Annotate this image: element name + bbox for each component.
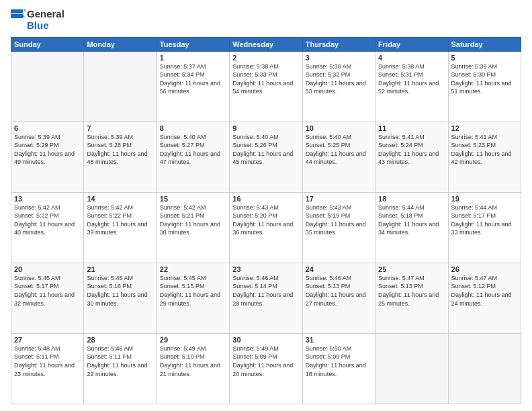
calendar-cell xyxy=(11,51,84,122)
logo-icon xyxy=(11,9,26,30)
day-number: 14 xyxy=(87,195,153,203)
calendar-cell xyxy=(448,333,521,404)
calendar-cell: 29Sunrise: 5:49 AMSunset: 5:10 PMDayligh… xyxy=(157,333,229,404)
calendar-cell: 8Sunrise: 5:40 AMSunset: 5:27 PMDaylight… xyxy=(157,122,229,192)
day-info: Sunrise: 5:45 AMSunset: 5:15 PMDaylight:… xyxy=(160,274,226,308)
calendar-cell: 20Sunrise: 5:45 AMSunset: 5:17 PMDayligh… xyxy=(11,263,84,333)
day-info: Sunrise: 5:43 AMSunset: 5:19 PMDaylight:… xyxy=(306,203,372,237)
day-info: Sunrise: 5:46 AMSunset: 5:14 PMDaylight:… xyxy=(232,274,299,308)
calendar-cell: 26Sunrise: 5:47 AMSunset: 5:12 PMDayligh… xyxy=(448,263,521,333)
weekday-header-saturday: Saturday xyxy=(448,37,521,51)
day-number: 7 xyxy=(87,124,153,132)
day-info: Sunrise: 5:48 AMSunset: 5:11 PMDaylight:… xyxy=(87,345,153,378)
day-info: Sunrise: 5:46 AMSunset: 5:13 PMDaylight:… xyxy=(306,274,372,308)
day-number: 12 xyxy=(451,124,518,132)
day-number: 17 xyxy=(306,195,372,203)
calendar-cell: 3Sunrise: 5:38 AMSunset: 5:32 PMDaylight… xyxy=(302,51,375,122)
calendar-cell: 1Sunrise: 5:37 AMSunset: 5:34 PMDaylight… xyxy=(157,51,229,122)
day-number: 5 xyxy=(451,54,518,62)
day-number: 30 xyxy=(232,336,299,344)
day-info: Sunrise: 5:49 AMSunset: 5:10 PMDaylight:… xyxy=(160,345,226,378)
day-number: 22 xyxy=(160,265,226,273)
calendar-cell: 28Sunrise: 5:48 AMSunset: 5:11 PMDayligh… xyxy=(84,333,157,404)
day-number: 26 xyxy=(451,265,518,273)
day-number: 29 xyxy=(160,336,226,344)
calendar-cell: 19Sunrise: 5:44 AMSunset: 5:17 PMDayligh… xyxy=(448,192,521,263)
calendar-cell: 18Sunrise: 5:44 AMSunset: 5:18 PMDayligh… xyxy=(375,192,448,263)
weekday-header-monday: Monday xyxy=(84,37,157,51)
day-info: Sunrise: 5:50 AMSunset: 5:09 PMDaylight:… xyxy=(306,345,372,378)
day-number: 8 xyxy=(160,124,226,132)
day-info: Sunrise: 5:39 AMSunset: 5:28 PMDaylight:… xyxy=(87,133,153,167)
day-number: 15 xyxy=(160,195,226,203)
calendar-table: SundayMondayTuesdayWednesdayThursdayFrid… xyxy=(11,37,521,405)
day-info: Sunrise: 5:48 AMSunset: 5:11 PMDaylight:… xyxy=(14,345,81,378)
logo-general: General xyxy=(27,8,64,19)
day-info: Sunrise: 5:49 AMSunset: 5:09 PMDaylight:… xyxy=(232,345,299,378)
calendar-cell: 15Sunrise: 5:42 AMSunset: 5:21 PMDayligh… xyxy=(157,192,229,263)
calendar-cell: 31Sunrise: 5:50 AMSunset: 5:09 PMDayligh… xyxy=(302,333,375,404)
svg-marker-3 xyxy=(23,15,26,17)
weekday-header-tuesday: Tuesday xyxy=(157,37,229,51)
day-number: 4 xyxy=(378,54,445,62)
calendar-cell: 13Sunrise: 5:42 AMSunset: 5:22 PMDayligh… xyxy=(11,192,84,263)
calendar-cell: 21Sunrise: 5:45 AMSunset: 5:16 PMDayligh… xyxy=(84,263,157,333)
day-number: 27 xyxy=(14,336,81,344)
day-info: Sunrise: 5:39 AMSunset: 5:30 PMDaylight:… xyxy=(451,62,518,96)
day-info: Sunrise: 5:42 AMSunset: 5:22 PMDaylight:… xyxy=(14,203,81,237)
day-info: Sunrise: 5:39 AMSunset: 5:29 PMDaylight:… xyxy=(14,133,81,167)
day-number: 1 xyxy=(160,54,226,62)
day-number: 19 xyxy=(451,195,518,203)
calendar-cell: 27Sunrise: 5:48 AMSunset: 5:11 PMDayligh… xyxy=(11,333,84,404)
day-info: Sunrise: 5:47 AMSunset: 5:13 PMDaylight:… xyxy=(378,274,445,308)
calendar-cell xyxy=(84,51,157,122)
calendar-cell: 9Sunrise: 5:40 AMSunset: 5:26 PMDaylight… xyxy=(230,122,302,192)
calendar-cell: 24Sunrise: 5:46 AMSunset: 5:13 PMDayligh… xyxy=(302,263,375,333)
day-info: Sunrise: 5:44 AMSunset: 5:18 PMDaylight:… xyxy=(378,203,445,237)
day-info: Sunrise: 5:38 AMSunset: 5:32 PMDaylight:… xyxy=(306,62,372,96)
day-number: 16 xyxy=(232,195,299,203)
weekday-header-wednesday: Wednesday xyxy=(230,37,302,51)
day-number: 28 xyxy=(87,336,153,344)
day-info: Sunrise: 5:41 AMSunset: 5:23 PMDaylight:… xyxy=(451,133,518,167)
day-number: 25 xyxy=(378,265,445,273)
day-info: Sunrise: 5:38 AMSunset: 5:31 PMDaylight:… xyxy=(378,62,445,96)
logo-block: General Blue xyxy=(11,8,64,32)
calendar-cell: 30Sunrise: 5:49 AMSunset: 5:09 PMDayligh… xyxy=(230,333,302,404)
calendar-cell: 22Sunrise: 5:45 AMSunset: 5:15 PMDayligh… xyxy=(157,263,229,333)
day-number: 31 xyxy=(306,336,372,344)
day-number: 13 xyxy=(14,195,81,203)
calendar-cell: 2Sunrise: 5:38 AMSunset: 5:33 PMDaylight… xyxy=(230,51,302,122)
calendar-cell: 12Sunrise: 5:41 AMSunset: 5:23 PMDayligh… xyxy=(448,122,521,192)
day-info: Sunrise: 5:41 AMSunset: 5:24 PMDaylight:… xyxy=(378,133,445,167)
day-number: 18 xyxy=(378,195,445,203)
day-number: 21 xyxy=(87,265,153,273)
logo: General Blue xyxy=(11,8,64,32)
day-info: Sunrise: 5:47 AMSunset: 5:12 PMDaylight:… xyxy=(451,274,518,308)
day-info: Sunrise: 5:42 AMSunset: 5:21 PMDaylight:… xyxy=(160,203,226,237)
day-number: 11 xyxy=(378,124,445,132)
day-number: 6 xyxy=(14,124,81,132)
day-info: Sunrise: 5:42 AMSunset: 5:22 PMDaylight:… xyxy=(87,203,153,237)
calendar-cell: 11Sunrise: 5:41 AMSunset: 5:24 PMDayligh… xyxy=(375,122,448,192)
day-info: Sunrise: 5:45 AMSunset: 5:16 PMDaylight:… xyxy=(87,274,153,308)
day-number: 24 xyxy=(306,265,372,273)
svg-marker-0 xyxy=(11,9,23,13)
day-info: Sunrise: 5:37 AMSunset: 5:34 PMDaylight:… xyxy=(160,62,226,96)
calendar-cell: 17Sunrise: 5:43 AMSunset: 5:19 PMDayligh… xyxy=(302,192,375,263)
logo-blue: Blue xyxy=(27,19,64,31)
calendar-cell: 16Sunrise: 5:43 AMSunset: 5:20 PMDayligh… xyxy=(230,192,302,263)
calendar-cell: 25Sunrise: 5:47 AMSunset: 5:13 PMDayligh… xyxy=(375,263,448,333)
day-info: Sunrise: 5:40 AMSunset: 5:27 PMDaylight:… xyxy=(160,133,226,167)
calendar-cell: 14Sunrise: 5:42 AMSunset: 5:22 PMDayligh… xyxy=(84,192,157,263)
day-info: Sunrise: 5:40 AMSunset: 5:26 PMDaylight:… xyxy=(232,133,299,167)
day-info: Sunrise: 5:45 AMSunset: 5:17 PMDaylight:… xyxy=(14,274,81,308)
svg-marker-1 xyxy=(11,14,23,18)
day-number: 20 xyxy=(14,265,81,273)
calendar-cell: 7Sunrise: 5:39 AMSunset: 5:28 PMDaylight… xyxy=(84,122,157,192)
weekday-header-friday: Friday xyxy=(375,37,448,51)
day-info: Sunrise: 5:43 AMSunset: 5:20 PMDaylight:… xyxy=(232,203,299,237)
day-number: 10 xyxy=(306,124,372,132)
weekday-header-sunday: Sunday xyxy=(11,37,84,51)
calendar-cell: 6Sunrise: 5:39 AMSunset: 5:29 PMDaylight… xyxy=(11,122,84,192)
